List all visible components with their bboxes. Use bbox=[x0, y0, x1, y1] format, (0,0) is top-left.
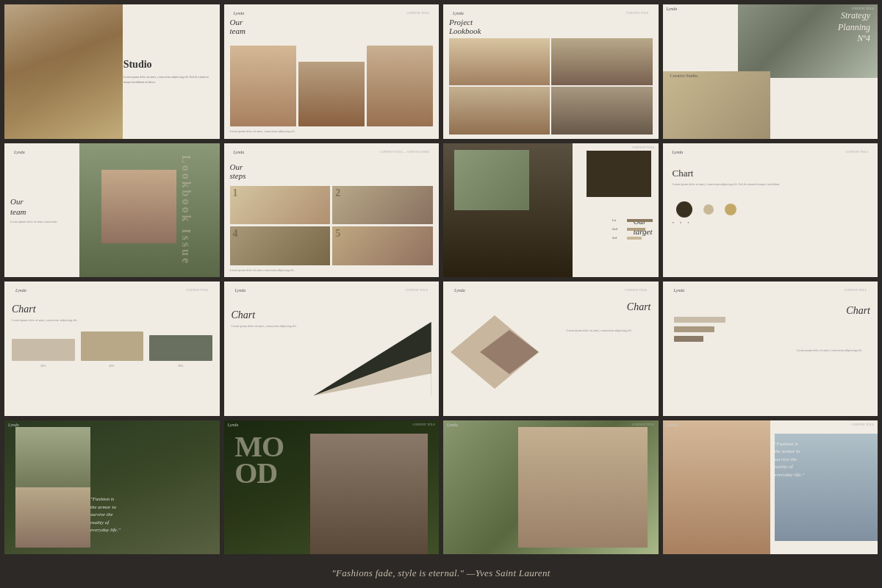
header-right: CONTENT TITLE bbox=[412, 423, 435, 427]
circle-2 bbox=[703, 204, 714, 215]
portrait-overlay bbox=[310, 434, 429, 554]
chart-title-diamond: Chart bbox=[627, 301, 651, 313]
chart-title-hbars: Chart bbox=[846, 305, 870, 317]
studio-label: Creative Studio. bbox=[670, 74, 699, 78]
header-right: CONTENT TITLE bbox=[626, 11, 649, 15]
vertical-text: Lookbook Issue bbox=[179, 155, 193, 265]
logo: Lynda bbox=[235, 288, 246, 293]
slide-header: Lynda CONTENT TITLE bbox=[449, 9, 653, 18]
header-right: CONTENT TITLE bbox=[186, 288, 209, 293]
header-right: CONTENT TITLE bbox=[851, 423, 874, 427]
fashion-quote-text-2: "Fashion is the armor to survive the rea… bbox=[775, 440, 872, 479]
circle-1 bbox=[676, 201, 692, 218]
team-photos bbox=[230, 46, 434, 126]
h-bar-1 bbox=[674, 317, 725, 323]
left-portrait bbox=[663, 420, 770, 555]
h-bar-3 bbox=[674, 336, 703, 342]
header-right: CONTENT TITLE bbox=[632, 146, 655, 150]
slide-fashion-quote-dark: Lynda "Fashion is the armor to survive t… bbox=[4, 420, 220, 555]
rank-line-1 bbox=[627, 219, 653, 222]
slide-header: Lynda CONTENT TITLE bbox=[443, 420, 659, 429]
h-bar-2 bbox=[674, 326, 714, 332]
lb-photo-3 bbox=[449, 87, 550, 134]
header-right: CONTENT TITLE bbox=[405, 288, 428, 293]
slide-header: Lynda CONTENT TITLE bbox=[663, 420, 878, 429]
bar-labels: 20% 40% 30% bbox=[12, 364, 212, 368]
steps-grid: 1 2 4 5 bbox=[230, 186, 434, 266]
slide-studio: Lynda Studio Lorem ipsum dolor sit amet,… bbox=[4, 4, 220, 139]
main-container: Lynda Studio Lorem ipsum dolor sit amet,… bbox=[0, 0, 882, 588]
slide-header: Lynda CONTENT TITLE bbox=[232, 286, 432, 295]
lb-photo-1 bbox=[449, 38, 550, 85]
header-right: CONTENT TITLE bbox=[632, 423, 655, 427]
team-photo-3 bbox=[367, 46, 433, 126]
slide-header: Lynda CONTENT TITLE bbox=[669, 148, 872, 157]
slide-grid: Lynda Studio Lorem ipsum dolor sit amet,… bbox=[0, 0, 882, 559]
header-right: CONTENT TITLE bbox=[625, 288, 648, 293]
slide-header: Lynda CONTENT TITLE bbox=[443, 143, 659, 152]
lb-photo-2 bbox=[551, 38, 652, 85]
rankings: 1st 2nd 3rd bbox=[612, 217, 653, 243]
caption-text: "Fashions fade, style is eternal." —Yves… bbox=[331, 567, 550, 579]
team-title: Our team bbox=[230, 18, 434, 35]
overlay-girl bbox=[518, 427, 648, 548]
bar-label-1: 20% bbox=[12, 364, 75, 368]
step-num-1: 1 bbox=[233, 187, 238, 199]
chart-title-bars: Chart bbox=[12, 304, 212, 315]
logo: Lynda bbox=[15, 288, 26, 293]
header-right: CONTENT TITLE bbox=[406, 11, 429, 15]
small-dark bbox=[587, 151, 651, 198]
slide-chart-diamond: Lynda CONTENT TITLE Chart Lorem ipsum do… bbox=[443, 282, 659, 416]
logo: Lynda bbox=[14, 150, 25, 154]
overlay-photo bbox=[101, 170, 176, 243]
slide-header: Lynda CONTENT TITLE bbox=[451, 286, 651, 295]
logo: Lynda bbox=[447, 146, 458, 150]
chart-body-hbars: Lorem ipsum dolor sit amet, consectetur … bbox=[797, 348, 872, 353]
slide-lookbook: Lynda CONTENT TITLE Project Lookbook bbox=[443, 4, 659, 139]
caption-bar: "Fashions fade, style is eternal." —Yves… bbox=[0, 559, 882, 588]
steps-body: Lorem ipsum dolor sit amet consectetur a… bbox=[230, 268, 434, 273]
header-right: CONTENT TITLE — SUBTITLE HERE bbox=[380, 150, 429, 154]
logo: Lynda bbox=[234, 150, 245, 154]
logo: Lynda bbox=[667, 423, 678, 427]
studio-content: Studio Lorem ipsum dolor sit amet, conse… bbox=[123, 59, 214, 85]
chart-body-circles: Lorem ipsum dolor sit amet, consectetur … bbox=[673, 182, 872, 187]
team-label: Our team Lorem ipsum dolor sit amet cons… bbox=[10, 196, 57, 224]
team-photo-1 bbox=[230, 46, 296, 126]
slide-chart-circles: Lynda CONTENT TITLE Chart Lorem ipsum do… bbox=[663, 143, 878, 278]
team-photo-2 bbox=[298, 62, 365, 126]
legend-item-1: ● bbox=[673, 220, 674, 224]
rank-bar-3: 3rd bbox=[612, 234, 653, 242]
rank-line-3 bbox=[627, 237, 642, 240]
step-photo-4: 5 bbox=[332, 226, 433, 265]
header-right: CONTENT TITLE bbox=[844, 288, 867, 293]
logo: Lynda bbox=[453, 11, 464, 15]
rank-1-label: 1st bbox=[612, 217, 624, 224]
chart-body-bars: Lorem ipsum dolor sit amet, consectetur … bbox=[12, 318, 212, 323]
big-mod-text: MO OD bbox=[234, 434, 284, 487]
slide-header: Lynda bbox=[4, 420, 220, 429]
diamond-area bbox=[451, 315, 558, 389]
legend-item-3: ● bbox=[687, 220, 689, 224]
header-right: CONTENT TITLE bbox=[845, 150, 868, 154]
logo: Lynda bbox=[234, 11, 245, 15]
circles-row bbox=[676, 201, 872, 218]
team-label-body: Lorem ipsum dolor sit amet consectetur. bbox=[10, 220, 57, 224]
logo: Lynda bbox=[674, 288, 685, 293]
bar-3 bbox=[149, 335, 212, 361]
circles-legend: ● ● ● bbox=[673, 220, 872, 224]
step-num-4: 5 bbox=[335, 228, 340, 240]
small-portrait-girl bbox=[15, 487, 90, 548]
rank-bar-1: 1st bbox=[612, 217, 653, 224]
studio-body: Lorem ipsum dolor sit amet, consectetur … bbox=[123, 75, 214, 85]
slide-team-lookbook: Lynda Lookbook Issue Our team Lorem ipsu… bbox=[4, 143, 220, 278]
strategy-title: Strategy Planning Nº4 bbox=[838, 10, 870, 45]
studio-image bbox=[4, 4, 123, 139]
rank-3-label: 3rd bbox=[612, 234, 624, 242]
legend-item-2: ● bbox=[680, 220, 681, 224]
team-body: Lorem ipsum dolor sit amet, consectetur … bbox=[230, 129, 434, 134]
studio-subtitle: Creative Studio. bbox=[670, 74, 699, 78]
rank-2-label: 2nd bbox=[612, 226, 624, 233]
circle-3 bbox=[725, 204, 736, 215]
strategy-content: Strategy Planning Nº4 bbox=[838, 10, 870, 45]
